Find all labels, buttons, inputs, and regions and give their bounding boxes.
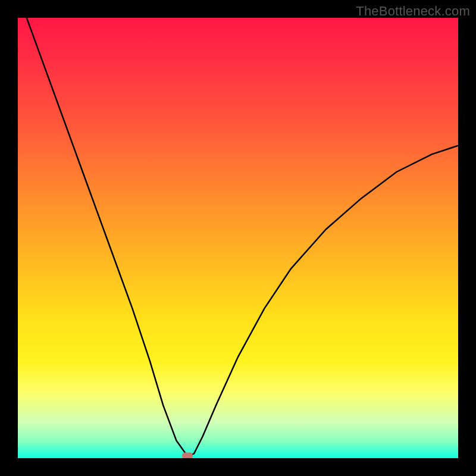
watermark-text: TheBottleneck.com bbox=[356, 4, 470, 19]
plot-area bbox=[18, 18, 458, 458]
chart-svg bbox=[18, 18, 458, 458]
optimal-marker bbox=[182, 453, 193, 458]
bottleneck-curve bbox=[27, 18, 458, 456]
